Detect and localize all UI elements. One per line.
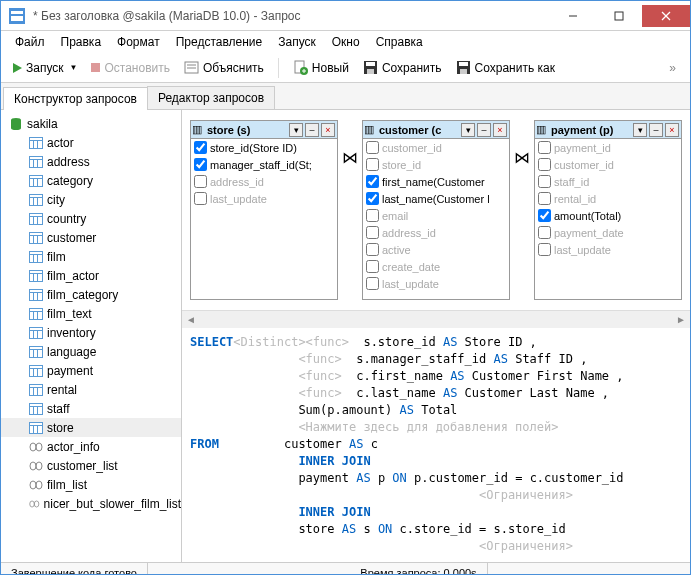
column-checkbox[interactable]	[538, 175, 551, 188]
column-item[interactable]: last_update	[363, 275, 509, 292]
table-film_text[interactable]: film_text	[1, 304, 181, 323]
table-film_actor[interactable]: film_actor	[1, 266, 181, 285]
schema-tree[interactable]: sakila actoraddresscategorycitycountrycu…	[1, 110, 182, 562]
menu-edit[interactable]: Правка	[55, 33, 108, 51]
table-staff[interactable]: staff	[1, 399, 181, 418]
menu-run[interactable]: Запуск	[272, 33, 322, 51]
box-menu[interactable]: ▾	[633, 123, 647, 137]
view-nicer_but_slower_film_list[interactable]: nicer_but_slower_film_list	[1, 494, 181, 513]
column-item[interactable]: active	[363, 241, 509, 258]
view-customer_list[interactable]: customer_list	[1, 456, 181, 475]
column-item[interactable]: email	[363, 207, 509, 224]
table-rental[interactable]: rental	[1, 380, 181, 399]
table-film[interactable]: film	[1, 247, 181, 266]
box-min[interactable]: –	[649, 123, 663, 137]
new-icon	[293, 60, 308, 75]
column-item[interactable]: last_update	[535, 241, 681, 258]
column-checkbox[interactable]	[366, 226, 379, 239]
column-item[interactable]: staff_id	[535, 173, 681, 190]
column-checkbox[interactable]	[194, 141, 207, 154]
menu-window[interactable]: Окно	[326, 33, 366, 51]
run-button[interactable]: Запуск▼	[9, 59, 81, 77]
table-box[interactable]: ▥customer (c▾–×customer_idstore_idfirst_…	[362, 120, 510, 300]
box-menu[interactable]: ▾	[461, 123, 475, 137]
column-item[interactable]: customer_id	[535, 156, 681, 173]
box-menu[interactable]: ▾	[289, 123, 303, 137]
tab-builder[interactable]: Конструктор запросов	[3, 87, 148, 110]
column-item[interactable]: address_id	[363, 224, 509, 241]
column-item[interactable]: last_name(Customer l	[363, 190, 509, 207]
column-item[interactable]: first_name(Customer	[363, 173, 509, 190]
column-item[interactable]: store_id	[363, 156, 509, 173]
column-checkbox[interactable]	[366, 175, 379, 188]
column-checkbox[interactable]	[538, 192, 551, 205]
menu-view[interactable]: Представление	[170, 33, 269, 51]
column-item[interactable]: create_date	[363, 258, 509, 275]
database-icon	[9, 117, 23, 131]
column-checkbox[interactable]	[538, 209, 551, 222]
column-item[interactable]: last_update	[191, 190, 337, 207]
view-film_list[interactable]: film_list	[1, 475, 181, 494]
table-payment[interactable]: payment	[1, 361, 181, 380]
column-checkbox[interactable]	[194, 175, 207, 188]
table-box[interactable]: ▥payment (p)▾–×payment_idcustomer_idstaf…	[534, 120, 682, 300]
column-item[interactable]: address_id	[191, 173, 337, 190]
view-actor_info[interactable]: actor_info	[1, 437, 181, 456]
table-box[interactable]: ▥store (s)▾–×store_id(Store ID)manager_s…	[190, 120, 338, 300]
column-checkbox[interactable]	[538, 226, 551, 239]
diagram-scrollbar[interactable]: ◄►	[182, 310, 690, 328]
saveas-button[interactable]: Сохранить как	[452, 58, 559, 77]
box-min[interactable]: –	[305, 123, 319, 137]
column-checkbox[interactable]	[538, 158, 551, 171]
column-checkbox[interactable]	[538, 141, 551, 154]
tab-editor[interactable]: Редактор запросов	[147, 86, 275, 109]
table-category[interactable]: category	[1, 171, 181, 190]
table-store[interactable]: store	[1, 418, 181, 437]
column-item[interactable]: payment_date	[535, 224, 681, 241]
explain-button[interactable]: Объяснить	[180, 58, 268, 77]
table-language[interactable]: language	[1, 342, 181, 361]
column-checkbox[interactable]	[366, 277, 379, 290]
table-customer[interactable]: customer	[1, 228, 181, 247]
column-checkbox[interactable]	[366, 192, 379, 205]
column-checkbox[interactable]	[194, 192, 207, 205]
column-checkbox[interactable]	[366, 209, 379, 222]
box-min[interactable]: –	[477, 123, 491, 137]
column-checkbox[interactable]	[366, 260, 379, 273]
table-city[interactable]: city	[1, 190, 181, 209]
query-diagram[interactable]: ▥store (s)▾–×store_id(Store ID)manager_s…	[182, 110, 690, 310]
menu-file[interactable]: Файл	[9, 33, 51, 51]
maximize-button[interactable]	[596, 5, 642, 27]
table-inventory[interactable]: inventory	[1, 323, 181, 342]
box-close[interactable]: ×	[665, 123, 679, 137]
table-actor[interactable]: actor	[1, 133, 181, 152]
column-item[interactable]: manager_staff_id(St;	[191, 156, 337, 173]
svg-rect-64	[30, 290, 42, 292]
menu-format[interactable]: Формат	[111, 33, 166, 51]
column-item[interactable]: payment_id	[535, 139, 681, 156]
column-item[interactable]: rental_id	[535, 190, 681, 207]
sql-preview[interactable]: SELECT<Distinct><func> s.store_id AS Sto…	[182, 328, 690, 562]
column-checkbox[interactable]	[366, 243, 379, 256]
box-close[interactable]: ×	[321, 123, 335, 137]
db-node[interactable]: sakila	[1, 114, 181, 133]
table-country[interactable]: country	[1, 209, 181, 228]
column-checkbox[interactable]	[538, 243, 551, 256]
svg-rect-75	[30, 331, 33, 338]
column-item[interactable]: store_id(Store ID)	[191, 139, 337, 156]
menu-help[interactable]: Справка	[370, 33, 429, 51]
column-item[interactable]: amount(Total)	[535, 207, 681, 224]
editor-tabs: Конструктор запросов Редактор запросов	[1, 83, 690, 110]
column-checkbox[interactable]	[194, 158, 207, 171]
save-button[interactable]: Сохранить	[359, 58, 446, 77]
box-close[interactable]: ×	[493, 123, 507, 137]
table-film_category[interactable]: film_category	[1, 285, 181, 304]
column-item[interactable]: customer_id	[363, 139, 509, 156]
table-address[interactable]: address	[1, 152, 181, 171]
column-checkbox[interactable]	[366, 141, 379, 154]
column-checkbox[interactable]	[366, 158, 379, 171]
new-button[interactable]: Новый	[289, 58, 353, 77]
minimize-button[interactable]	[550, 5, 596, 27]
toolbar-overflow[interactable]: »	[663, 61, 682, 75]
close-button[interactable]	[642, 5, 690, 27]
